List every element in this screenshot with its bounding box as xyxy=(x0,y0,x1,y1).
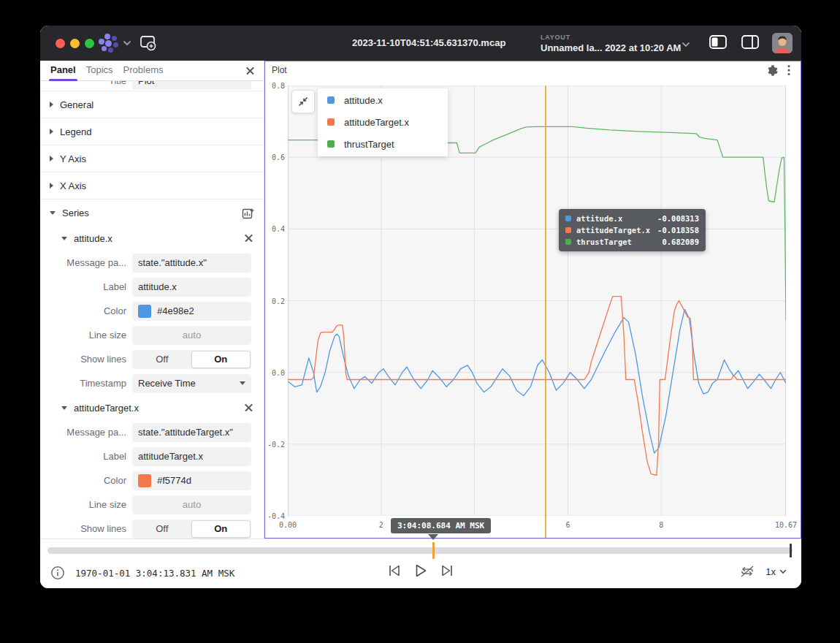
series-editor-attitude-target-x-header[interactable]: attitudeTarget.x xyxy=(40,395,264,420)
y-axis-tick-label: -0.2 xyxy=(266,441,285,449)
legend-label: attitudeTarget.x xyxy=(344,117,409,128)
playback-speed-control[interactable]: 1x xyxy=(765,566,787,577)
line-size-row: Line size auto xyxy=(40,492,264,517)
plot-legend: attitude.x attitudeTarget.x thrustTarget xyxy=(318,88,448,156)
user-avatar[interactable] xyxy=(772,33,793,53)
label-row: Label attitude.x xyxy=(40,275,264,299)
line-size-input[interactable]: auto xyxy=(132,326,251,345)
close-window-button[interactable] xyxy=(56,39,65,48)
play-icon[interactable] xyxy=(414,563,427,578)
seek-time-tooltip-pointer xyxy=(428,534,438,540)
show-lines-on-button[interactable]: On xyxy=(191,520,251,538)
timestamp-value: Receive Time xyxy=(138,378,196,389)
legend-item[interactable]: attitudeTarget.x xyxy=(318,111,448,133)
tab-problems[interactable]: Problems xyxy=(123,64,164,77)
color-input[interactable]: #f5774d xyxy=(132,471,251,490)
playback-speed-value: 1x xyxy=(765,566,776,577)
playback-cursor-line[interactable] xyxy=(545,85,546,538)
delete-series-icon[interactable] xyxy=(243,402,255,414)
tooltip-swatch xyxy=(565,227,571,233)
minimize-window-button[interactable] xyxy=(70,39,80,48)
show-lines-toggle: Off On xyxy=(132,350,251,369)
show-lines-off-button[interactable]: Off xyxy=(133,351,191,368)
tab-topics[interactable]: Topics xyxy=(86,64,113,77)
series-title: attitude.x xyxy=(74,233,112,244)
color-swatch[interactable] xyxy=(138,305,151,318)
add-series-icon[interactable] xyxy=(242,206,255,219)
tooltip-series-value: -0.018358 xyxy=(657,226,699,235)
legend-swatch[interactable] xyxy=(327,140,335,148)
seek-forward-icon[interactable] xyxy=(440,564,454,577)
tab-panel[interactable]: Panel xyxy=(50,64,76,77)
section-x-axis[interactable]: X Axis xyxy=(40,172,264,199)
color-label: Color xyxy=(40,305,126,316)
line-size-row: Line size auto xyxy=(40,323,264,347)
y-axis-tick-label: 0.0 xyxy=(266,369,285,377)
message-path-row: Message pa... state."attitudeTarget.x" xyxy=(40,420,264,444)
tooltip-row: thrustTarget 0.682089 xyxy=(565,236,699,248)
title-field-label: Title xyxy=(40,81,126,86)
seek-bar[interactable] xyxy=(47,547,793,554)
show-lines-row: Show lines Off On xyxy=(40,347,264,371)
label-label: Label xyxy=(40,281,126,292)
tooltip-swatch xyxy=(565,239,571,245)
section-general-label: General xyxy=(60,99,93,110)
loop-off-icon[interactable] xyxy=(739,564,755,579)
layout-name[interactable]: Unnamed la... 2022 at 10:20 AM xyxy=(541,42,681,53)
plot-panel[interactable]: Plot 0.80.60.40.20.0-0.2-0.40.00246810.6… xyxy=(264,61,801,539)
title-bar: 2023-11-10T04:51:45.631370.mcap LAYOUT U… xyxy=(40,26,801,61)
legend-swatch[interactable] xyxy=(327,96,335,104)
label-input[interactable]: attitudeTarget.x xyxy=(132,447,251,466)
chevron-down-icon xyxy=(240,381,245,385)
legend-item[interactable]: attitude.x xyxy=(318,89,448,111)
chart-hover-tooltip: attitude.x -0.008313 attitudeTarget.x -0… xyxy=(559,209,706,251)
label-row: Label attitudeTarget.x xyxy=(40,444,264,468)
message-path-row: Message pa... state."attitude.x" xyxy=(40,251,264,275)
app-menu-chevron-icon[interactable] xyxy=(123,40,131,46)
expanded-caret-icon xyxy=(61,237,67,240)
right-sidebar-toggle-icon[interactable] xyxy=(741,35,759,50)
section-series[interactable]: Series xyxy=(40,199,264,226)
seek-backward-icon[interactable] xyxy=(387,564,402,577)
line-size-input[interactable]: auto xyxy=(132,495,251,514)
color-input[interactable]: #4e98e2 xyxy=(132,302,251,321)
collapsed-caret-icon xyxy=(50,102,53,107)
delete-series-icon[interactable] xyxy=(243,232,255,244)
section-general[interactable]: General xyxy=(40,91,264,118)
seek-bar-playhead[interactable] xyxy=(432,542,435,559)
show-lines-off-button[interactable]: Off xyxy=(133,520,191,538)
title-field-input[interactable]: Plot xyxy=(132,81,251,90)
series-editor-attitude-x-header[interactable]: attitude.x xyxy=(40,226,264,251)
current-timestamp[interactable]: 1970-01-01 3:04:13.831 AM MSK xyxy=(75,568,234,579)
series-title: attitudeTarget.x xyxy=(74,403,139,414)
show-lines-label: Show lines xyxy=(40,354,126,365)
section-legend[interactable]: Legend xyxy=(40,118,264,145)
info-icon[interactable] xyxy=(50,566,65,580)
section-x-axis-label: X Axis xyxy=(60,180,86,191)
message-path-input[interactable]: state."attitudeTarget.x" xyxy=(132,423,251,442)
show-lines-label: Show lines xyxy=(40,523,126,534)
legend-collapse-button[interactable] xyxy=(291,90,315,113)
sidebar-close-icon[interactable] xyxy=(245,65,256,77)
legend-item[interactable]: thrustTarget xyxy=(318,133,448,155)
label-input[interactable]: attitude.x xyxy=(132,278,251,297)
timestamp-select[interactable]: Receive Time xyxy=(132,374,251,393)
show-lines-toggle: Off On xyxy=(132,520,251,539)
sidebar-tab-bar: Panel Topics Problems xyxy=(40,61,264,81)
layout-chevron-icon[interactable] xyxy=(681,42,690,47)
color-row: Color #f5774d xyxy=(40,468,264,492)
color-hex: #f5774d xyxy=(157,475,191,486)
legend-swatch[interactable] xyxy=(327,118,335,126)
color-swatch[interactable] xyxy=(138,474,151,487)
section-y-axis[interactable]: Y Axis xyxy=(40,145,264,172)
line-size-label: Line size xyxy=(40,330,126,340)
left-sidebar-toggle-icon[interactable] xyxy=(709,35,727,50)
show-lines-on-button[interactable]: On xyxy=(191,351,251,368)
zoom-window-button[interactable] xyxy=(85,39,94,48)
message-path-input[interactable]: state."attitude.x" xyxy=(132,254,251,273)
panel-settings-gear-icon[interactable] xyxy=(767,64,779,76)
data-source-title[interactable]: 2023-11-10T04:51:45.631370.mcap xyxy=(352,37,505,48)
x-axis-tick-label: 10.67 xyxy=(775,521,797,529)
add-panel-icon[interactable] xyxy=(140,35,157,51)
panel-menu-kebab-icon[interactable] xyxy=(787,64,790,76)
